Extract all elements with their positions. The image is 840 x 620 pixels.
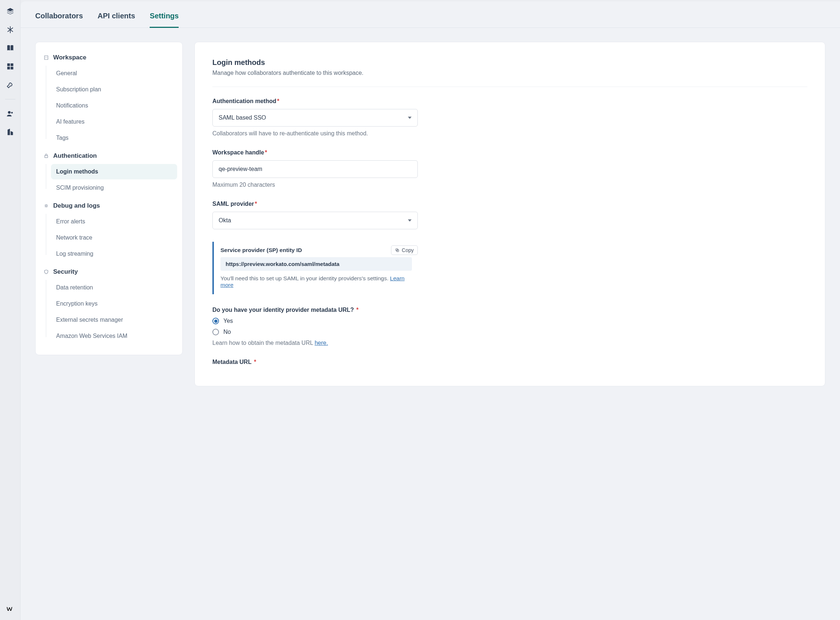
workspace-handle-input[interactable]	[219, 166, 412, 172]
building-icon[interactable]	[6, 128, 14, 136]
svg-point-5	[11, 112, 13, 114]
settings-sidebar: Workspace General Subscription plan Noti…	[35, 42, 183, 355]
radio-no-label: No	[223, 329, 231, 335]
nav-item-tags[interactable]: Tags	[51, 130, 177, 146]
svg-rect-3	[10, 67, 13, 69]
nav-item-external-secrets-manager[interactable]: External secrets manager	[51, 312, 177, 328]
tab-api-clients[interactable]: API clients	[98, 12, 135, 28]
radio-yes-label: Yes	[223, 318, 233, 324]
sp-entity-id-title: Service provider (SP) entity ID	[221, 247, 412, 253]
snowflake-icon[interactable]	[6, 26, 14, 34]
debug-icon	[44, 203, 49, 208]
nav-heading-label: Workspace	[53, 54, 86, 61]
nav-item-subscription-plan[interactable]: Subscription plan	[51, 82, 177, 97]
auth-icon	[44, 153, 49, 158]
metadata-url-label: Metadata URL *	[212, 359, 807, 366]
page-subtitle: Manage how collaborators authenticate to…	[212, 70, 807, 87]
nav-heading-label: Debug and logs	[53, 202, 100, 209]
svg-rect-2	[7, 67, 9, 69]
svg-point-12	[45, 205, 47, 207]
nav-heading-security: Security	[41, 265, 177, 279]
nav-item-log-streaming[interactable]: Log streaming	[51, 246, 177, 262]
layers-icon[interactable]	[6, 8, 14, 15]
svg-rect-10	[47, 57, 47, 58]
radio-yes[interactable]	[212, 318, 219, 324]
sp-entity-id-help: You'll need this to set up SAML in your …	[221, 275, 412, 288]
saml-provider-select[interactable]: Okta	[212, 212, 418, 229]
nav-item-login-methods[interactable]: Login methods	[51, 164, 177, 179]
nav-item-encryption-keys[interactable]: Encryption keys	[51, 296, 177, 312]
auth-method-helper: Collaborators will have to re-authentica…	[212, 130, 807, 137]
workspace-icon	[44, 55, 49, 60]
workspace-handle-helper: Maximum 20 characters	[212, 182, 807, 188]
radio-no[interactable]	[212, 329, 219, 335]
rail-divider	[5, 99, 15, 99]
workspace-handle-input-wrap[interactable]	[212, 160, 418, 178]
nav-item-ai-features[interactable]: AI features	[51, 114, 177, 129]
svg-rect-8	[47, 57, 47, 57]
wrench-icon[interactable]	[6, 81, 14, 89]
users-icon[interactable]	[6, 110, 14, 118]
nav-heading-debug-logs: Debug and logs	[41, 199, 177, 213]
page-body: Collaborators API clients Settings Works…	[21, 2, 840, 620]
radio-yes-row[interactable]: Yes	[212, 318, 807, 324]
nav-item-network-trace[interactable]: Network trace	[51, 230, 177, 245]
radio-no-row[interactable]: No	[212, 329, 807, 335]
svg-rect-9	[45, 57, 46, 58]
nav-item-notifications[interactable]: Notifications	[51, 98, 177, 113]
tab-settings[interactable]: Settings	[150, 12, 179, 28]
left-nav-rail	[0, 0, 21, 620]
nav-heading-workspace: Workspace	[41, 50, 177, 65]
settings-main-panel: Login methods Manage how collaborators a…	[194, 42, 825, 386]
saml-provider-value: Okta	[219, 217, 231, 224]
shield-icon	[44, 269, 49, 274]
copy-button[interactable]: Copy	[391, 245, 418, 255]
metadata-help-link[interactable]: here.	[315, 340, 328, 346]
nav-heading-label: Security	[53, 268, 78, 275]
tab-collaborators[interactable]: Collaborators	[35, 12, 83, 28]
svg-rect-11	[45, 155, 48, 158]
nav-heading-authentication: Authentication	[41, 149, 177, 163]
nav-item-general[interactable]: General	[51, 66, 177, 81]
nav-item-aws-iam[interactable]: Amazon Web Services IAM	[51, 328, 177, 344]
saml-provider-label: SAML provider*	[212, 201, 807, 207]
nav-item-scim-provisioning[interactable]: SCIM provisioning	[51, 180, 177, 196]
svg-rect-0	[7, 63, 9, 66]
nav-item-error-alerts[interactable]: Error alerts	[51, 214, 177, 229]
chevron-down-icon	[408, 117, 412, 119]
auth-method-value: SAML based SSO	[219, 114, 266, 121]
nav-item-data-retention[interactable]: Data retention	[51, 280, 177, 295]
workspace-handle-label: Workspace handle*	[212, 149, 807, 156]
metadata-q-label: Do you have your identity provider metad…	[212, 307, 807, 313]
grid-icon[interactable]	[6, 62, 14, 71]
svg-point-4	[8, 111, 10, 114]
top-tabs: Collaborators API clients Settings	[21, 2, 840, 28]
book-icon[interactable]	[6, 44, 14, 52]
metadata-q-help: Learn how to obtain the metadata URL her…	[212, 340, 807, 346]
svg-rect-7	[45, 57, 46, 57]
app-logo-icon	[6, 605, 15, 614]
svg-rect-6	[44, 56, 48, 60]
page-title: Login methods	[212, 58, 807, 67]
svg-rect-1	[10, 63, 13, 66]
auth-method-label: Authentication method*	[212, 98, 807, 105]
copy-icon	[395, 248, 400, 253]
nav-heading-label: Authentication	[53, 152, 97, 160]
sp-entity-id-box: Copy Service provider (SP) entity ID htt…	[212, 242, 418, 294]
chevron-down-icon	[408, 220, 412, 221]
sp-entity-id-url: https://preview.workato.com/saml/metadat…	[221, 257, 412, 271]
auth-method-select[interactable]: SAML based SSO	[212, 109, 418, 126]
